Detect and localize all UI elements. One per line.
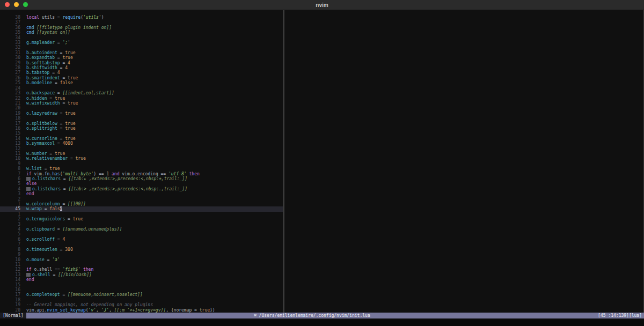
code-text: w.number = true [26,151,65,156]
code-line[interactable]: 19-- General mappings, not depending on … [0,302,283,307]
code-line[interactable]: 14end [0,277,283,282]
code-text: w.wrap = false [26,206,62,211]
code-line[interactable]: 15 [0,131,283,136]
line-number: 16 [0,287,24,292]
code-line[interactable]: 32 [0,45,283,50]
code-line[interactable]: 11w.number = true [0,151,283,156]
line-number: 8 [0,247,24,252]
editor-left-pane[interactable]: 38local utils = require('utils')3736cmd … [0,10,283,313]
code-text: o.completeopt = [[menuone,noinsert,nosel… [26,292,143,297]
code-text: w.relativenumber = true [26,156,86,161]
code-line[interactable]: 20vim.api.nvim_set_keymap('v', 'J', [[:m… [0,308,283,313]
editor-right-pane[interactable] [284,10,644,313]
code-text: w.winfixwidth = true [26,101,78,106]
code-line[interactable]: 16o.splitright = true [0,126,283,131]
code-line[interactable]: 30b.expandtab = true [0,55,283,60]
code-text: b.softtabstop = 4 [26,61,70,65]
line-number: 20 [0,106,24,110]
code-line[interactable]: 12 [0,146,283,151]
code-line[interactable]: 9 [0,161,283,166]
line-number: 29 [0,61,24,65]
code-line[interactable]: 34 [0,35,283,40]
line-number: 18 [0,116,24,121]
line-number: 7 [0,242,24,247]
minimize-button[interactable] [14,2,19,7]
code-line[interactable]: 33g.mapleader = ';' [0,40,283,45]
code-line[interactable]: 5 [0,232,283,236]
zoom-button[interactable] [23,2,28,7]
line-number: 10 [0,156,24,161]
code-line[interactable]: 5else [0,181,283,186]
code-text: o.lazyredraw = true [26,111,76,116]
code-line[interactable]: 4o.listchars = [[tab:> ,extends:>,preced… [0,187,283,191]
code-text: end [26,191,34,196]
close-button[interactable] [5,2,10,7]
code-line[interactable]: 1w.colorcolumn = [[100]] [0,202,283,206]
code-line[interactable]: 21w.winfixwidth = true [0,101,283,106]
code-line[interactable]: 26b.smartindent = true [0,76,283,80]
code-text: else [26,181,36,186]
code-line[interactable]: 8w.list = true [0,166,283,171]
line-number: 28 [0,65,24,70]
code-line[interactable]: 10o.mouse = 'a' [0,257,283,262]
code-line[interactable]: 38local utils = require('utils') [0,15,283,20]
code-line[interactable]: 12if o.shell == 'fish$' then [0,267,283,272]
code-line[interactable]: 3 [0,222,283,227]
code-text: o.splitright = true [26,126,76,131]
code-line[interactable]: 8o.timeoutlen = 300 [0,247,283,252]
code-line[interactable]: 19o.lazyredraw = true [0,111,283,116]
line-number: 22 [0,96,24,101]
code-line[interactable]: 18 [0,298,283,302]
code-line[interactable]: 35cmd [[syntax on]] [0,30,283,35]
line-number: 5 [0,232,24,236]
code-line[interactable]: 3end [0,191,283,196]
line-number: 35 [0,30,24,35]
code-line[interactable]: 31b.autoindent = true [0,50,283,55]
code-text: o.backspace = [[indent,eol,start]] [26,91,114,95]
code-line[interactable]: 25b.modeline = false [0,80,283,85]
line-number: 9 [0,161,24,166]
line-number: 34 [0,35,24,40]
file-path: /Users/emilienlemaire/.config/nvim/init.… [259,313,370,318]
code-line[interactable]: 13o.shell = [[/bin/bash]] [0,272,283,277]
command-line[interactable] [0,318,644,326]
cursor-line[interactable]: 45w.wrap = false [0,206,283,211]
code-line[interactable]: 2o.termguicolors = true [0,217,283,221]
line-number: 18 [0,298,24,302]
code-line[interactable]: 4o.clipboard = [[unnamed,unnamedplus]] [0,227,283,232]
code-line[interactable]: 17o.completeopt = [[menuone,noinsert,nos… [0,292,283,297]
code-line[interactable]: 24 [0,86,283,91]
code-text: local utils = require('utils') [26,15,104,20]
code-line[interactable]: 37 [0,20,283,25]
code-line[interactable]: 29b.softtabstop = 4 [0,61,283,65]
code-line[interactable]: 23o.backspace = [[indent,eol,start]] [0,91,283,95]
line-number: 21 [0,101,24,106]
code-line[interactable]: 7 [0,242,283,247]
line-number: 12 [0,267,24,272]
code-line[interactable]: 27b.tabstop = 4 [0,70,283,75]
line-number: 19 [0,111,24,116]
code-line[interactable]: 20 [0,106,283,110]
code-line[interactable]: 17o.splitbelow = true [0,121,283,126]
line-number: 8 [0,166,24,171]
code-line[interactable]: 10w.relativenumber = true [0,156,283,161]
whitespace-indicator [26,273,31,277]
code-line[interactable]: 22o.hidden = true [0,96,283,101]
code-line[interactable]: 7if vim.fn.has('multi_byte') == 1 and vi… [0,172,283,176]
code-line[interactable]: 6o.listchars = [[tab:▸ ,extends:>,preced… [0,176,283,181]
code-line[interactable]: 13b.synmaxcol = 4000 [0,141,283,146]
code-line[interactable]: 18 [0,116,283,121]
code-line[interactable]: 1 [0,212,283,217]
code-line[interactable]: 6o.scrolloff = 4 [0,237,283,242]
line-number: 17 [0,292,24,297]
code-line[interactable]: 2 [0,197,283,202]
code-line[interactable]: 15 [0,283,283,287]
code-line[interactable]: 9 [0,252,283,257]
code-line[interactable]: 16 [0,287,283,292]
code-line[interactable]: 11 [0,262,283,267]
code-line[interactable]: 14w.cursorline = true [0,136,283,141]
code-line[interactable]: 28b.shiftwidth = 4 [0,65,283,70]
code-line[interactable]: 36cmd [[filetype plugin indent on]] [0,25,283,30]
line-number: 36 [0,25,24,30]
code-text: cmd [[syntax on]] [26,30,70,35]
